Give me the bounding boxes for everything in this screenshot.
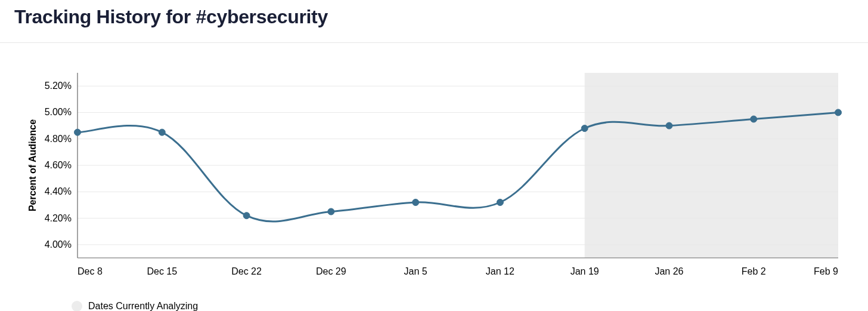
page-header: Tracking History for #cybersecurity (0, 0, 868, 43)
data-point[interactable] (497, 199, 503, 206)
x-tick-label: Dec 15 (147, 266, 177, 276)
legend-label-analyzing: Dates Currently Analyzing (88, 301, 198, 311)
tracking-history-chart: 4.00%4.20%4.40%4.60%4.80%5.00%5.20%Dec 8… (0, 43, 868, 311)
x-tick-label: Dec 22 (231, 266, 262, 276)
y-tick-label: 4.80% (45, 134, 72, 144)
page-title: Tracking History for #cybersecurity (14, 6, 854, 28)
data-point[interactable] (413, 199, 419, 206)
data-point[interactable] (159, 129, 165, 136)
x-tick-label: Feb 2 (742, 266, 766, 276)
y-tick-label: 5.00% (45, 107, 72, 117)
y-tick-label: 4.20% (45, 213, 72, 223)
x-tick-label: Jan 5 (404, 266, 427, 276)
y-tick-label: 4.40% (45, 186, 72, 196)
y-axis-title: Percent of Audience (27, 119, 38, 211)
data-point[interactable] (835, 109, 842, 116)
legend-swatch-analyzing (72, 301, 82, 311)
x-tick-label: Jan 12 (486, 266, 514, 276)
line-chart-svg: 4.00%4.20%4.40%4.60%4.80%5.00%5.20%Dec 8… (24, 67, 844, 294)
data-point[interactable] (666, 122, 672, 129)
y-tick-label: 5.20% (45, 81, 72, 91)
x-tick-label: Dec 29 (316, 266, 346, 276)
data-point[interactable] (328, 208, 334, 215)
data-point[interactable] (75, 129, 81, 136)
y-tick-label: 4.60% (45, 160, 72, 170)
data-point[interactable] (243, 213, 250, 219)
x-tick-label: Jan 26 (655, 266, 683, 276)
chart-legend: Dates Currently Analyzing (24, 294, 844, 311)
x-tick-label: Feb 9 (814, 266, 838, 276)
x-tick-label: Dec 8 (78, 266, 103, 276)
data-point[interactable] (751, 116, 757, 122)
data-point[interactable] (581, 125, 588, 132)
x-tick-label: Jan 19 (571, 266, 599, 276)
y-tick-label: 4.00% (45, 239, 72, 250)
